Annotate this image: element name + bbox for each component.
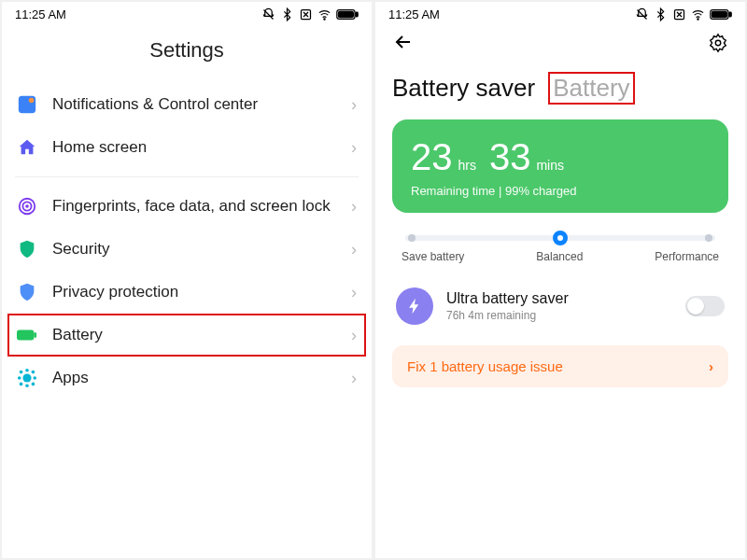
settings-item-apps[interactable]: Apps › — [15, 357, 359, 399]
settings-item-battery[interactable]: Battery › — [7, 314, 366, 357]
svg-point-26 — [715, 40, 721, 46]
apps-icon — [17, 368, 37, 388]
settings-item-home[interactable]: Home screen › — [15, 126, 359, 169]
ultra-title: Ultra battery saver — [446, 290, 672, 307]
svg-point-14 — [25, 384, 29, 387]
mode-labels: Save battery Balanced Performance — [402, 250, 719, 267]
arrow-left-icon — [392, 31, 415, 53]
mode-label-save: Save battery — [402, 250, 464, 263]
status-time: 11:25 AM — [388, 7, 440, 21]
svg-rect-11 — [34, 332, 36, 338]
shield-icon — [17, 239, 37, 259]
status-bar: 11:25 AM — [2, 2, 372, 23]
chevron-right-icon: › — [709, 358, 713, 374]
tab-battery-saver[interactable]: Battery saver — [392, 74, 535, 103]
mode-label-performance: Performance — [655, 250, 719, 263]
bolt-badge — [396, 287, 433, 325]
svg-point-20 — [32, 383, 35, 386]
status-icons — [261, 7, 359, 21]
chevron-right-icon: › — [351, 240, 357, 259]
battery-card: 23 hrs 33 mins Remaining time | 99% char… — [392, 119, 728, 213]
mins-unit: mins — [536, 158, 564, 173]
battery-screen: 11:25 AM Battery saver Battery 23 hrs 33… — [375, 2, 745, 558]
svg-rect-3 — [356, 12, 358, 17]
battery-icon — [336, 7, 359, 21]
bluetooth-icon — [654, 7, 668, 21]
status-icons — [635, 7, 732, 21]
status-bar: 11:25 AM — [375, 2, 745, 23]
divider — [15, 176, 359, 177]
tab-battery[interactable]: Battery — [548, 72, 634, 105]
battery-item-icon — [17, 325, 37, 345]
slider-track — [405, 235, 715, 241]
tabs: Battery saver Battery — [375, 59, 745, 119]
fingerprint-icon — [17, 196, 37, 217]
ultra-toggle[interactable] — [685, 296, 725, 316]
chevron-right-icon: › — [351, 95, 357, 115]
svg-point-1 — [324, 19, 325, 20]
home-icon — [17, 137, 37, 158]
settings-screen: 11:25 AM Settings Notifications & Contro… — [2, 2, 372, 558]
slider-stop-performance[interactable] — [705, 234, 712, 242]
settings-item-label: Security — [52, 239, 336, 259]
slider-stop-balanced[interactable] — [553, 231, 568, 245]
svg-point-19 — [20, 383, 23, 386]
settings-item-label: Battery — [52, 325, 336, 344]
ultra-battery-row[interactable]: Ultra battery saver 76h 4m remaining — [375, 274, 745, 338]
settings-button[interactable] — [708, 33, 728, 57]
dnd-icon — [635, 7, 649, 21]
remaining-time: 23 hrs 33 mins — [411, 136, 710, 178]
bolt-icon — [405, 297, 424, 315]
toggle-knob — [687, 298, 704, 315]
settings-item-notifications[interactable]: Notifications & Control center › — [15, 83, 359, 126]
no-sim-icon — [299, 7, 313, 21]
mins-value: 33 — [489, 136, 531, 178]
svg-rect-4 — [338, 11, 353, 17]
ultra-text: Ultra battery saver 76h 4m remaining — [446, 290, 672, 322]
svg-point-17 — [20, 371, 23, 374]
wifi-icon — [317, 7, 331, 21]
chevron-right-icon: › — [351, 283, 357, 302]
svg-point-12 — [22, 373, 31, 382]
svg-rect-24 — [729, 12, 731, 17]
chevron-right-icon: › — [351, 369, 357, 388]
svg-rect-25 — [712, 11, 726, 17]
svg-point-6 — [29, 98, 35, 104]
gear-icon — [708, 33, 728, 53]
status-time: 11:25 AM — [15, 7, 66, 21]
settings-item-privacy[interactable]: Privacy protection › — [15, 271, 359, 314]
settings-item-security[interactable]: Security › — [15, 228, 359, 271]
svg-point-13 — [25, 369, 29, 372]
dnd-icon — [261, 7, 275, 21]
mode-label-balanced: Balanced — [536, 250, 583, 263]
hours-unit: hrs — [458, 158, 476, 173]
back-button[interactable] — [392, 31, 415, 59]
top-bar — [375, 23, 745, 59]
svg-point-22 — [698, 19, 698, 20]
wifi-icon — [691, 7, 705, 21]
slider-stop-save[interactable] — [408, 234, 416, 242]
svg-rect-10 — [17, 330, 34, 341]
settings-item-label: Home screen — [52, 137, 336, 157]
settings-list: Notifications & Control center › Home sc… — [2, 83, 372, 399]
chevron-right-icon: › — [351, 197, 357, 217]
warn-text: Fix 1 battery usage issue — [407, 358, 563, 374]
svg-point-9 — [26, 205, 28, 207]
no-sim-icon — [672, 7, 686, 21]
settings-item-fingerprint[interactable]: Fingerprints, face data, and screen lock… — [15, 185, 359, 228]
svg-point-16 — [33, 376, 36, 380]
settings-item-label: Apps — [52, 368, 336, 387]
svg-point-18 — [32, 371, 35, 374]
bluetooth-icon — [280, 7, 294, 21]
hours-value: 23 — [411, 136, 453, 178]
mode-slider[interactable]: Save battery Balanced Performance — [375, 213, 745, 274]
notification-icon — [17, 94, 37, 115]
settings-item-label: Fingerprints, face data, and screen lock — [52, 196, 336, 216]
settings-item-label: Privacy protection — [52, 282, 336, 301]
chevron-right-icon: › — [351, 326, 357, 345]
page-title: Settings — [2, 23, 372, 83]
chevron-right-icon: › — [351, 138, 357, 158]
ultra-sub: 76h 4m remaining — [446, 309, 672, 322]
battery-issue-row[interactable]: Fix 1 battery usage issue › — [392, 345, 728, 387]
settings-item-label: Notifications & Control center — [52, 94, 336, 114]
